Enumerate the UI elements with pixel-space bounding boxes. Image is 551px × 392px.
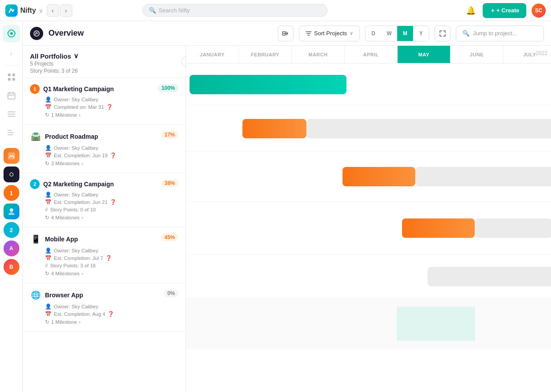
- project-meta: 👤 Owner: Sky Calibey 📅 Est. Completion: …: [30, 303, 179, 317]
- story-points-icon: #: [45, 207, 48, 213]
- chevron-right-icon: ›: [79, 112, 81, 118]
- story-points-icon: #: [45, 263, 48, 269]
- create-button[interactable]: ＋ + Create: [483, 3, 526, 18]
- help-icon: ❓: [108, 311, 114, 317]
- sidebar-item-calendar[interactable]: [3, 87, 20, 104]
- app-logo[interactable]: Nifty ∨: [5, 4, 43, 17]
- gantt-month-jan: JANUARY: [186, 46, 239, 63]
- gantt-bar-roadmap-orange: [242, 119, 306, 138]
- sidebar-avatar-1[interactable]: [4, 148, 19, 164]
- project-percent: 45%: [161, 233, 179, 241]
- svg-rect-5: [12, 78, 15, 81]
- milestone-link[interactable]: ↻ 1 Milestone ›: [30, 112, 179, 118]
- sidebar-avatar-3[interactable]: [4, 203, 19, 219]
- plus-icon: ＋: [490, 7, 495, 15]
- sidebar-item-backlog[interactable]: [3, 124, 20, 141]
- view-year-button[interactable]: Y: [413, 26, 429, 41]
- project-row: 2 Q2 Marketing Campaign 38% 👤 Owner: Sky…: [23, 173, 186, 227]
- calendar-icon: 📅: [45, 255, 52, 261]
- milestone-link[interactable]: ↻ 3 Milestones ›: [30, 160, 179, 166]
- collapse-panel-button[interactable]: ‹: [181, 56, 186, 67]
- view-month-button[interactable]: M: [397, 26, 413, 41]
- gantt-month-may: MAY: [398, 46, 450, 63]
- help-icon: ❓: [105, 255, 112, 261]
- gantt-month-apr: APRIL: [345, 46, 398, 63]
- person-icon: 👤: [45, 192, 52, 198]
- project-percent: 38%: [161, 179, 179, 187]
- milestone-link[interactable]: ↻ 1 Milestone ›: [30, 319, 179, 325]
- jump-to-project[interactable]: 🔍 Jump to project...: [456, 26, 544, 41]
- project-num-badge: 2: [30, 179, 40, 189]
- sidebar-icons: ›: [0, 21, 23, 392]
- milestone-icon: ↻: [45, 112, 49, 118]
- gantt-empty-row: [186, 299, 551, 349]
- sidebar-avatar-4[interactable]: A: [4, 240, 19, 256]
- chevron-right-icon: ›: [79, 319, 81, 325]
- sort-projects-button[interactable]: Sort Projects ∨: [299, 26, 360, 41]
- milestone-link[interactable]: ↻ 4 Milestones ›: [30, 270, 179, 277]
- sidebar-badge-1[interactable]: 1: [4, 185, 19, 201]
- sidebar-item-list[interactable]: [3, 105, 20, 123]
- project-meta: 👤 Owner: Sky Calibey 📅 Est. Completion: …: [30, 145, 179, 159]
- sidebar-avatar-5[interactable]: B: [4, 259, 19, 275]
- milestone-link[interactable]: ↻ 4 Milestones ›: [30, 214, 179, 221]
- person-icon: 👤: [45, 96, 52, 103]
- sidebar-divider-2: [4, 144, 19, 144]
- gantt-month-feb: FEBRUARY: [239, 46, 292, 63]
- back-button[interactable]: ‹: [47, 4, 59, 17]
- sidebar-divider-1: [4, 65, 19, 66]
- project-icon: 🛣️: [30, 131, 41, 142]
- sidebar-item-overview[interactable]: [3, 25, 20, 42]
- top-search[interactable]: 🔍 Search Nifty: [142, 4, 328, 17]
- project-meta: 👤 Owner: Sky Calibey 📅 Est. Completion: …: [30, 192, 179, 213]
- sidebar-badge-2[interactable]: 2: [4, 222, 19, 238]
- overview-icon: [30, 27, 43, 40]
- share-button[interactable]: [278, 26, 294, 41]
- gantt-row: [186, 106, 551, 152]
- gantt-rows: [186, 63, 551, 392]
- gantt-layout: All Portfolios ∨ 5 Projects Story Points…: [23, 46, 551, 392]
- calendar-icon: 📅: [45, 199, 52, 205]
- sort-chevron-icon: ∨: [350, 30, 353, 36]
- user-avatar[interactable]: SC: [532, 4, 546, 18]
- project-num-badge: 1: [30, 84, 40, 94]
- top-nav: Nifty ∨ ‹ › 🔍 Search Nifty 🔔 ＋ + Create …: [0, 0, 551, 21]
- help-icon: ❓: [106, 104, 113, 110]
- gantt-row: [186, 152, 551, 202]
- project-panel: All Portfolios ∨ 5 Projects Story Points…: [23, 46, 186, 392]
- gantt-row: [186, 63, 551, 106]
- view-week-button[interactable]: W: [381, 26, 397, 41]
- help-icon: ❓: [110, 199, 116, 205]
- portfolio-story-points: Story Points: 3 of 26: [30, 68, 179, 74]
- svg-rect-6: [8, 93, 15, 99]
- gantt-header: 2022 JANUARY FEBRUARY MARCH APRIL MAY JU…: [186, 46, 551, 63]
- sidebar-item-nav[interactable]: ›: [3, 45, 20, 63]
- help-icon: ❓: [110, 152, 116, 159]
- person-icon: 👤: [45, 303, 52, 310]
- gantt-bar-q2-orange: [343, 167, 415, 186]
- milestone-icon: ↻: [45, 270, 49, 277]
- chevron-right-icon: ›: [82, 271, 83, 276]
- project-percent: 17%: [161, 131, 179, 139]
- calendar-icon: 📅: [45, 104, 52, 110]
- project-icon: 📱: [30, 233, 41, 245]
- chevron-right-icon: ›: [82, 215, 83, 220]
- milestone-icon: ↻: [45, 214, 49, 221]
- sidebar-item-dashboard[interactable]: [3, 68, 20, 86]
- portfolio-title[interactable]: All Portfolios ∨: [30, 52, 179, 60]
- logo-icon: [5, 4, 18, 17]
- content-area: Overview Sort Projects ∨ D W: [23, 21, 551, 392]
- project-meta: 👤 Owner: Sky Calibey 📅 Completed on: Mar…: [30, 96, 179, 110]
- svg-rect-2: [8, 74, 11, 76]
- page-title: Overview: [48, 29, 84, 38]
- svg-rect-4: [8, 78, 11, 81]
- notifications-icon[interactable]: 🔔: [464, 4, 477, 17]
- milestone-icon: ↻: [45, 160, 49, 166]
- gantt-month-jun: JUNE: [450, 46, 503, 63]
- forward-button[interactable]: ›: [60, 4, 72, 17]
- app-chevron[interactable]: ∨: [39, 7, 43, 14]
- view-day-button[interactable]: D: [365, 26, 381, 41]
- sidebar-avatar-2[interactable]: ⬡: [4, 166, 19, 182]
- fullscreen-button[interactable]: [435, 26, 450, 41]
- project-row: 1 Q1 Marketing Campaign 100% 👤 Owner: Sk…: [23, 78, 186, 125]
